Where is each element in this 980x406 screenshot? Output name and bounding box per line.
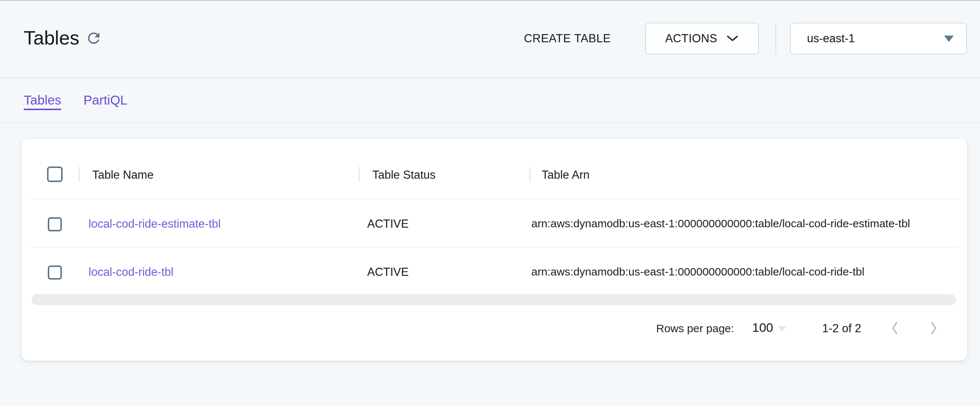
column-separator — [530, 167, 531, 182]
header-divider — [775, 23, 776, 54]
chevron-right-icon — [929, 320, 939, 336]
table-arn-cell: arn:aws:dynamodb:us-east-1:000000000000:… — [531, 265, 864, 278]
column-header-table-status: Table Status — [372, 168, 436, 182]
page-title: Tables — [24, 27, 79, 49]
table-status-cell: ACTIVE — [367, 217, 409, 231]
next-page-button[interactable] — [929, 320, 939, 336]
tab-partiql[interactable]: PartiQL — [83, 93, 127, 107]
actions-button-label: ACTIONS — [665, 32, 717, 45]
dynamodb-tables-page: Tables CREATE TABLE ACTIONS us-east-1 Ta… — [0, 0, 980, 406]
previous-page-button[interactable] — [890, 320, 900, 336]
tab-bar: Tables PartiQL — [24, 78, 127, 122]
row-checkbox[interactable] — [48, 217, 62, 231]
rows-per-page-arrow-icon[interactable] — [778, 326, 786, 331]
tabs-bottom-divider — [0, 122, 980, 123]
chevron-left-icon — [890, 320, 900, 336]
rows-per-page-label: Rows per page: — [656, 322, 734, 335]
region-select-value: us-east-1 — [807, 32, 855, 45]
select-all-checkbox[interactable] — [47, 166, 63, 182]
region-select[interactable]: us-east-1 — [790, 22, 967, 54]
table-arn-cell: arn:aws:dynamodb:us-east-1:000000000000:… — [531, 217, 910, 230]
column-separator — [78, 167, 80, 182]
table-name-link[interactable]: local-cod-ride-estimate-tbl — [89, 217, 221, 231]
refresh-icon — [85, 30, 102, 47]
tab-tables[interactable]: Tables — [24, 93, 61, 107]
create-table-button[interactable]: CREATE TABLE — [524, 32, 611, 45]
row-divider — [31, 199, 958, 200]
pagination-range-label: 1-2 of 2 — [822, 322, 861, 335]
column-separator — [359, 167, 360, 182]
actions-button[interactable]: ACTIONS — [645, 22, 759, 54]
top-border-line — [0, 0, 980, 1]
header-bottom-divider — [0, 77, 980, 78]
row-checkbox[interactable] — [48, 265, 62, 280]
chevron-down-icon — [726, 35, 739, 42]
rows-per-page-select[interactable]: 100 — [752, 320, 773, 335]
table-status-cell: ACTIVE — [367, 265, 409, 279]
column-header-table-arn: Table Arn — [542, 168, 589, 182]
tables-card: Table Name Table Status Table Arn local-… — [21, 139, 967, 361]
dropdown-arrow-icon — [944, 35, 954, 42]
table-name-link[interactable]: local-cod-ride-tbl — [89, 265, 173, 279]
column-header-table-name: Table Name — [92, 168, 153, 182]
horizontal-scrollbar[interactable] — [32, 294, 956, 305]
refresh-button[interactable] — [84, 29, 103, 48]
row-divider — [31, 247, 958, 248]
